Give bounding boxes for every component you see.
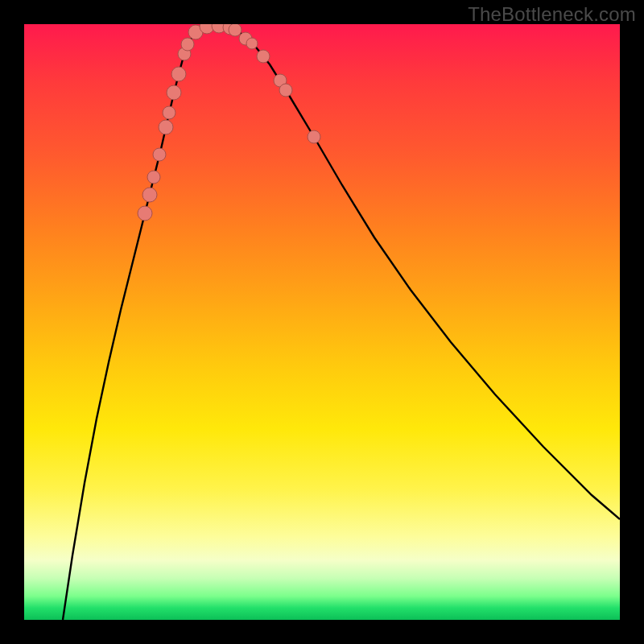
marker-dot xyxy=(279,84,292,97)
marker-dot xyxy=(229,24,242,36)
watermark-text: TheBottleneck.com xyxy=(468,3,636,26)
marker-dot xyxy=(246,38,258,49)
chart-frame: TheBottleneck.com xyxy=(0,0,644,644)
marker-dot xyxy=(181,38,194,51)
marker-dot xyxy=(163,106,175,119)
marker-dot xyxy=(153,148,166,161)
bottleneck-curve xyxy=(63,26,620,620)
chart-plot-area xyxy=(24,24,620,620)
chart-svg xyxy=(24,24,620,620)
marker-dot xyxy=(171,67,186,81)
marker-dot xyxy=(167,85,181,100)
marker-dot xyxy=(147,171,160,184)
marker-dot xyxy=(308,130,320,143)
marker-layer xyxy=(138,24,320,221)
marker-dot xyxy=(138,206,152,221)
marker-dot xyxy=(142,188,157,202)
marker-dot xyxy=(159,120,173,134)
marker-dot xyxy=(257,50,270,63)
